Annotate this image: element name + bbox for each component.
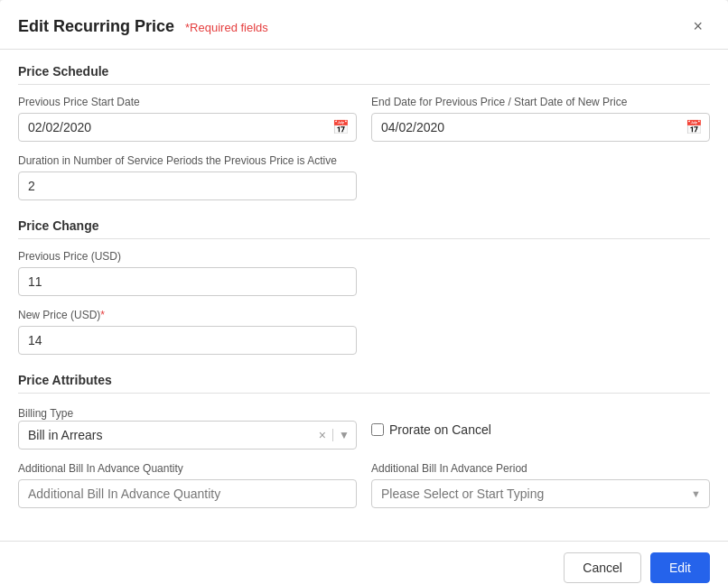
close-button[interactable]: ×	[686, 14, 710, 38]
end-date-label: End Date for Previous Price / Start Date…	[371, 96, 710, 108]
prev-price-input[interactable]	[18, 267, 357, 296]
prev-price-row: Previous Price (USD)	[18, 250, 710, 296]
duration-group: Duration in Number of Service Periods th…	[18, 154, 357, 200]
new-price-required-star: *	[100, 309, 105, 321]
price-change-section: Price Change Previous Price (USD) New Pr…	[18, 218, 710, 355]
new-price-group: New Price (USD)*	[18, 309, 357, 355]
prorate-checkbox[interactable]	[371, 423, 384, 436]
duration-label: Duration in Number of Service Periods th…	[18, 154, 357, 167]
billing-row: Billing Type × ▼ Prorate on Cancel	[18, 404, 710, 450]
new-price-input[interactable]	[18, 326, 357, 355]
advance-period-label: Additional Bill In Advance Period	[371, 462, 710, 475]
end-date-input-wrapper: 📅	[371, 113, 710, 142]
price-schedule-title: Price Schedule	[18, 64, 710, 85]
edit-button[interactable]: Edit	[650, 552, 710, 583]
advance-row: Additional Bill In Advance Quantity Addi…	[18, 462, 710, 508]
price-change-title: Price Change	[18, 218, 710, 239]
advance-qty-label: Additional Bill In Advance Quantity	[18, 462, 357, 475]
required-fields-label: *Required fields	[185, 21, 268, 34]
end-date-group: End Date for Previous Price / Start Date…	[371, 96, 710, 142]
prorate-label[interactable]: Prorate on Cancel	[389, 422, 491, 437]
advance-period-group: Additional Bill In Advance Period ▼	[371, 462, 710, 508]
prev-price-label: Previous Price (USD)	[18, 250, 357, 263]
price-attributes-title: Price Attributes	[18, 373, 710, 394]
prorate-group: Prorate on Cancel	[371, 404, 710, 437]
modal-footer: Cancel Edit	[0, 541, 728, 584]
advance-qty-input[interactable]	[18, 479, 357, 508]
end-date-input[interactable]	[371, 113, 710, 142]
duration-input[interactable]	[18, 171, 357, 200]
prev-start-date-label: Previous Price Start Date	[18, 96, 357, 108]
prev-start-date-input-wrapper: 📅	[18, 113, 357, 142]
prev-start-date-group: Previous Price Start Date 📅	[18, 96, 357, 142]
advance-period-select-wrapper: ▼	[371, 479, 710, 508]
modal-body: Price Schedule Previous Price Start Date…	[0, 50, 728, 541]
date-row: Previous Price Start Date 📅 End Date for…	[18, 96, 710, 142]
price-attributes-section: Price Attributes Billing Type × ▼ Prorat…	[18, 373, 710, 508]
billing-type-select-wrapper: × ▼	[18, 421, 357, 450]
modal-title: Edit Recurring Price	[18, 17, 174, 36]
prorate-checkbox-group: Prorate on Cancel	[371, 404, 710, 437]
cancel-button[interactable]: Cancel	[564, 552, 641, 583]
advance-period-input[interactable]	[371, 479, 710, 508]
prev-price-group: Previous Price (USD)	[18, 250, 357, 296]
modal-header: Edit Recurring Price *Required fields ×	[0, 0, 728, 50]
billing-type-input[interactable]	[18, 421, 357, 450]
new-price-label: New Price (USD)*	[18, 309, 357, 321]
new-price-row: New Price (USD)*	[18, 309, 710, 355]
billing-type-group: Billing Type × ▼	[18, 404, 357, 450]
duration-row: Duration in Number of Service Periods th…	[18, 154, 710, 200]
billing-type-label: Billing Type	[18, 407, 73, 420]
modal-container: Edit Recurring Price *Required fields × …	[0, 0, 728, 584]
billing-type-clear-button[interactable]: ×	[315, 428, 330, 442]
prev-start-date-input[interactable]	[18, 113, 357, 142]
advance-qty-group: Additional Bill In Advance Quantity	[18, 462, 357, 508]
price-schedule-section: Price Schedule Previous Price Start Date…	[18, 64, 710, 200]
